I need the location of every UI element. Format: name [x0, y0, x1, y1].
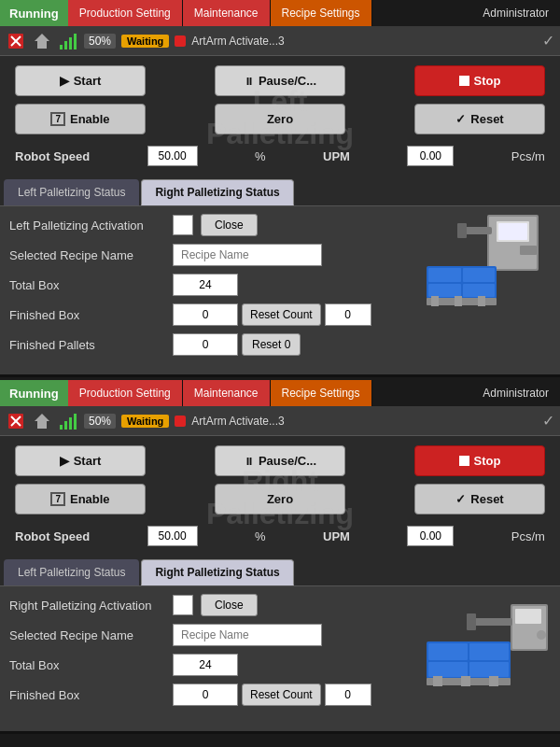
svg-rect-6 [69, 37, 72, 49]
zero-button-top[interactable]: Zero [215, 104, 345, 134]
svg-rect-11 [457, 223, 467, 238]
start-button-bottom[interactable]: ▶ Start [15, 445, 146, 476]
svg-rect-24 [520, 246, 537, 255]
close-button-bottom[interactable]: Close [201, 594, 258, 616]
tab-bar-bottom: Left Palletizing Status Right Palletizin… [0, 559, 560, 586]
svg-rect-46 [473, 618, 512, 626]
status-content-bottom: Right Palletizing Activation Close Selec… [0, 586, 560, 731]
nav-bar-top: Running Production Setting Maintenance R… [0, 0, 560, 26]
svg-rect-35 [469, 643, 509, 660]
speed-input-top[interactable] [147, 146, 198, 166]
upm-label-bottom: UPM [323, 529, 350, 543]
check-icon-top: ✓ [455, 112, 466, 126]
home-icon-bottom [32, 411, 52, 431]
status-bar-top: 50% Waiting ArtArm Activate...3 ✓ [0, 26, 560, 56]
stop-icon-top [6, 31, 26, 51]
tab-right-bottom[interactable]: Right Palletizing Status [141, 559, 293, 585]
total-box-input-top[interactable] [173, 274, 238, 296]
signal-icon-top [58, 31, 78, 51]
robot-speed-label-bottom: Robot Speed [15, 529, 90, 543]
tab-right-top[interactable]: Right Palletizing Status [141, 179, 293, 205]
pcsm-label-bottom: Pcs/m [511, 529, 545, 543]
total-box-label-bottom: Total Box [9, 658, 173, 672]
waiting-badge-bottom: Waiting [121, 415, 169, 428]
svg-rect-19 [455, 296, 462, 306]
enable-button-top[interactable]: 7 Enable [15, 104, 146, 134]
panel-bottom: Running Production Setting Maintenance R… [0, 380, 560, 734]
zero-button-bottom[interactable]: Zero [215, 484, 345, 514]
start-button-top[interactable]: ▶ Start [15, 65, 146, 96]
reset-count-button-bottom[interactable]: Reset Count [242, 684, 321, 706]
svg-marker-28 [35, 414, 49, 429]
svg-rect-14 [463, 268, 495, 282]
svg-rect-18 [431, 296, 439, 306]
percent-label-bottom: 50% [84, 414, 116, 429]
svg-rect-39 [433, 676, 442, 686]
activation-checkbox-top[interactable] [173, 215, 193, 235]
nav-status-bottom: Running [0, 380, 68, 406]
svg-rect-36 [428, 662, 468, 677]
svg-rect-20 [478, 296, 485, 306]
btn-row-1-bottom: ▶ Start ⏸ Pause/C... Stop [15, 445, 545, 476]
svg-rect-10 [464, 227, 492, 234]
checkmark-bottom: ✓ [542, 412, 554, 430]
svg-rect-40 [461, 676, 470, 686]
nav-maintenance-bottom[interactable]: Maintenance [183, 380, 271, 406]
status-bar-bottom: 50% Waiting ArtArm Activate...3 ✓ [0, 406, 560, 436]
reset-button-bottom[interactable]: ✓ Reset [414, 484, 545, 514]
red-dot-top [175, 35, 186, 47]
finished-box-input-top[interactable] [173, 303, 238, 326]
svg-rect-7 [74, 34, 77, 49]
total-box-input-bottom[interactable] [173, 654, 238, 676]
btn-row-2-top: 7 Enable Zero ✓ Reset [15, 104, 545, 134]
finished-box-input-bottom[interactable] [173, 684, 238, 706]
play-icon-top: ▶ [60, 74, 69, 88]
enable-icon-top: 7 [50, 112, 65, 126]
pause-icon-top: ⏸ [244, 76, 254, 87]
pcsm-label-top: Pcs/m [511, 149, 545, 163]
upm-input-bottom[interactable] [407, 526, 454, 546]
pause-button-bottom[interactable]: ⏸ Pause/C... [215, 445, 345, 476]
btn-row-2-bottom: 7 Enable Zero ✓ Reset [15, 484, 545, 514]
speed-unit-top: % [255, 149, 266, 163]
reset-count-button-top[interactable]: Reset Count [242, 303, 321, 326]
nav-production-setting-top[interactable]: Production Setting [68, 0, 183, 26]
svg-rect-44 [515, 609, 541, 624]
checkmark-top: ✓ [542, 32, 554, 49]
finished-box-label-bottom: Finished Box [9, 688, 173, 702]
close-button-top[interactable]: Close [201, 214, 258, 236]
recipe-input-bottom[interactable] [173, 624, 322, 646]
reset-button-top[interactable]: ✓ Reset [414, 104, 545, 134]
nav-production-setting-bottom[interactable]: Production Setting [68, 380, 183, 406]
nav-maintenance-top[interactable]: Maintenance [183, 0, 271, 26]
tab-left-bottom[interactable]: Left Palletizing Status [4, 559, 139, 585]
stop-button-top[interactable]: Stop [414, 65, 545, 96]
svg-rect-4 [60, 45, 63, 49]
panel-top: Running Production Setting Maintenance R… [0, 0, 560, 377]
tab-left-top[interactable]: Left Palletizing Status [4, 179, 139, 205]
svg-rect-30 [64, 421, 67, 430]
upm-input-top[interactable] [407, 146, 454, 166]
stop-icon-bottom [6, 411, 26, 431]
enable-icon-bottom: 7 [50, 492, 65, 506]
activation-checkbox-bottom[interactable] [173, 595, 193, 615]
enable-button-bottom[interactable]: 7 Enable [15, 484, 146, 514]
palletizer-illustration-top [422, 210, 553, 308]
reset-zero-button-top[interactable]: Reset 0 [242, 333, 301, 356]
home-icon-top [32, 31, 52, 51]
palletizer-illustration-bottom [422, 590, 553, 688]
recipe-input-top[interactable] [173, 244, 322, 266]
nav-recipe-bottom[interactable]: Recipe Settings [271, 380, 372, 406]
speed-input-bottom[interactable] [147, 526, 198, 546]
svg-rect-37 [469, 662, 509, 677]
pause-button-top[interactable]: ⏸ Pause/C... [215, 65, 345, 96]
upm-label-top: UPM [323, 149, 350, 163]
nav-recipe-top[interactable]: Recipe Settings [271, 0, 372, 26]
tab-bar-top: Left Palletizing Status Right Palletizin… [0, 179, 560, 206]
finished-pallets-input-top[interactable] [173, 333, 238, 356]
robot-speed-label-top: Robot Speed [15, 149, 90, 163]
controls-top: LeftPalletizing ▶ Start ⏸ Pause/C... Sto… [0, 56, 560, 179]
svg-rect-29 [60, 425, 63, 430]
btn-row-1-top: ▶ Start ⏸ Pause/C... Stop [15, 65, 545, 96]
stop-button-bottom[interactable]: Stop [414, 445, 545, 476]
